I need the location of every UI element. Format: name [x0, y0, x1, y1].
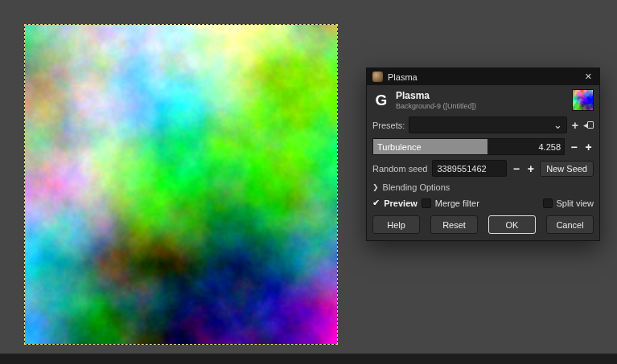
- turbulence-row: Turbulence 4.258 − +: [367, 136, 599, 157]
- gimp-wilber-icon: [372, 72, 383, 82]
- presets-label: Presets:: [372, 121, 405, 130]
- cancel-button[interactable]: Cancel: [546, 215, 594, 234]
- turbulence-increment-button[interactable]: +: [583, 141, 594, 153]
- random-seed-row: Random seed − + New Seed: [367, 157, 599, 179]
- dialog-titlebar[interactable]: Plasma ✕: [367, 68, 599, 85]
- close-icon[interactable]: ✕: [583, 72, 594, 82]
- plasma-dialog: Plasma ✕ G Plasma Background-9 ([Untitle…: [366, 67, 600, 241]
- split-view-checkbox[interactable]: [543, 198, 553, 208]
- layer-thumbnail-image: [573, 90, 593, 110]
- merge-filter-checkbox[interactable]: [422, 198, 431, 208]
- split-view-label[interactable]: Split view: [557, 198, 594, 208]
- statusbar-strip: [0, 354, 617, 364]
- expander-chevron-icon: ❯: [372, 183, 379, 191]
- action-buttons-row: Help Reset OK Cancel: [367, 211, 599, 240]
- turbulence-label: Turbulence: [377, 139, 422, 154]
- chevron-down-icon: ⌄: [553, 121, 562, 129]
- random-seed-label: Random seed: [372, 164, 428, 174]
- layer-subtitle: Background-9 ([Untitled]): [396, 102, 476, 110]
- reset-button[interactable]: Reset: [430, 215, 478, 234]
- turbulence-slider[interactable]: Turbulence 4.258: [372, 138, 565, 155]
- preview-check-icon[interactable]: ✔: [372, 198, 380, 208]
- selection-marching-ants[interactable]: [24, 24, 338, 345]
- help-button[interactable]: Help: [372, 215, 420, 234]
- dialog-header: G Plasma Background-9 ([Untitled]): [367, 85, 599, 114]
- header-text: Plasma Background-9 ([Untitled]): [396, 90, 476, 110]
- presets-row: Presets: ⌄ + ◂: [367, 114, 599, 136]
- blending-options-expander[interactable]: ❯ Blending Options: [367, 179, 599, 194]
- new-seed-button[interactable]: New Seed: [540, 161, 594, 177]
- add-preset-button[interactable]: +: [571, 119, 579, 132]
- blending-options-label: Blending Options: [383, 182, 450, 192]
- seed-decrement-button[interactable]: −: [511, 162, 521, 175]
- filter-name: Plasma: [396, 90, 476, 101]
- plasma-preview-image: [25, 25, 337, 344]
- dialog-title: Plasma: [388, 72, 578, 82]
- gegl-logo-icon: G: [372, 92, 390, 109]
- ok-button[interactable]: OK: [488, 215, 536, 234]
- turbulence-decrement-button[interactable]: −: [569, 141, 579, 153]
- split-view-group: Split view: [543, 198, 594, 208]
- presets-combobox[interactable]: ⌄: [409, 117, 566, 133]
- seed-increment-button[interactable]: +: [525, 162, 536, 175]
- manage-presets-button[interactable]: ◂: [583, 121, 594, 129]
- import-box-icon: [587, 121, 594, 129]
- turbulence-value: 4.258: [538, 139, 561, 154]
- gimp-canvas-area: { "window": { "title": "Plasma" }, "icon…: [0, 0, 617, 364]
- random-seed-input[interactable]: [432, 160, 508, 177]
- preview-checkbox-label[interactable]: Preview: [384, 198, 418, 208]
- merge-filter-label[interactable]: Merge filter: [435, 198, 479, 208]
- layer-thumbnail: [572, 89, 594, 111]
- options-row: ✔ Preview Merge filter Split view: [367, 194, 599, 211]
